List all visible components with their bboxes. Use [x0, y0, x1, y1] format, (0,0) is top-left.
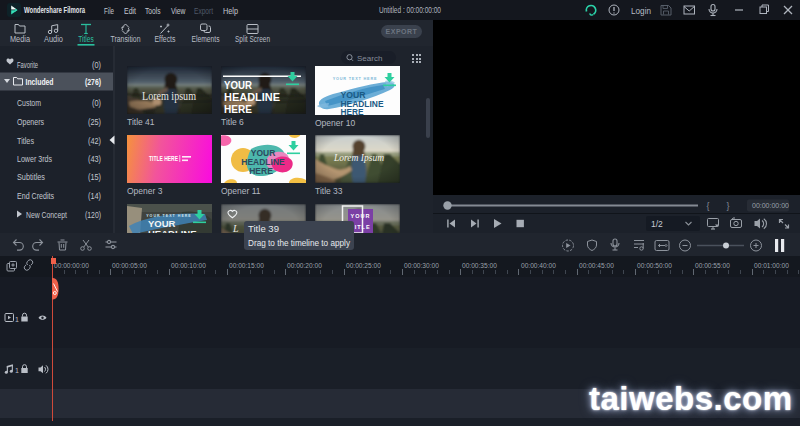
svg-text:Wondershare Filmora: Wondershare Filmora [24, 5, 86, 15]
svg-text:HERE: HERE [224, 103, 252, 115]
svg-text:Elements: Elements [192, 34, 220, 44]
svg-text:Media: Media [10, 34, 30, 44]
svg-text:Export: Export [194, 6, 213, 16]
svg-text:Lower 3rds: Lower 3rds [17, 154, 52, 164]
svg-text:Favorite: Favorite [17, 60, 38, 70]
svg-text:Titles: Titles [17, 136, 34, 146]
svg-text:New Concept: New Concept [26, 210, 67, 220]
svg-text:View: View [171, 6, 186, 16]
svg-text:00:00:00:00: 00:00:00:00 [752, 202, 789, 209]
svg-text:TITLE HERE: TITLE HERE [149, 155, 179, 162]
svg-text:(43): (43) [88, 154, 101, 164]
svg-text:YOUR TEXT HERE: YOUR TEXT HERE [333, 77, 378, 81]
svg-text:}: } [727, 201, 730, 211]
svg-text:Included: Included [26, 77, 54, 87]
svg-text:HERE: HERE [341, 106, 364, 115]
svg-text:Transition: Transition [111, 34, 141, 44]
svg-text:HERE: HERE [249, 166, 273, 176]
svg-text:Audio: Audio [44, 34, 63, 44]
svg-text:HEADLINE: HEADLINE [224, 91, 280, 103]
svg-text:Subtitles: Subtitles [17, 172, 45, 182]
svg-text:YOUR: YOUR [224, 79, 252, 91]
svg-text:Edit: Edit [124, 6, 136, 16]
svg-text:Drag to the timeline to apply: Drag to the timeline to apply [248, 237, 350, 247]
svg-text:End Credits: End Credits [17, 191, 54, 201]
svg-text:(14): (14) [88, 191, 101, 201]
svg-text:Titles: Titles [78, 34, 94, 44]
svg-text:Lorem Ipsum: Lorem Ipsum [333, 153, 384, 163]
svg-text:YOUR: YOUR [351, 213, 371, 219]
svg-text:L: L [232, 223, 239, 233]
svg-text:Effects: Effects [155, 34, 176, 44]
svg-text:(276): (276) [85, 77, 101, 87]
svg-text:1: 1 [15, 367, 19, 374]
svg-text:(0): (0) [92, 60, 101, 70]
svg-text:Title 39: Title 39 [248, 224, 279, 234]
svg-text:Openers: Openers [17, 117, 44, 127]
svg-text:Tools: Tools [145, 6, 161, 16]
svg-text:Custom: Custom [17, 98, 41, 108]
svg-text:1/2: 1/2 [651, 219, 663, 229]
svg-text:Split Screen: Split Screen [235, 34, 270, 44]
svg-text:(42): (42) [88, 136, 101, 146]
svg-text:(120): (120) [85, 210, 101, 220]
svg-text:{: { [707, 201, 710, 211]
svg-text:Untitled : 00:00:00:00: Untitled : 00:00:00:00 [379, 5, 441, 15]
svg-text:1: 1 [15, 316, 19, 323]
svg-text:Help: Help [223, 6, 238, 16]
svg-text:(25): (25) [88, 117, 101, 127]
svg-text:(0): (0) [92, 98, 101, 108]
svg-text:File: File [104, 6, 114, 16]
svg-text:Login: Login [631, 6, 651, 16]
svg-text:(15): (15) [88, 172, 101, 182]
svg-text:Lorem ipsum: Lorem ipsum [142, 90, 196, 103]
